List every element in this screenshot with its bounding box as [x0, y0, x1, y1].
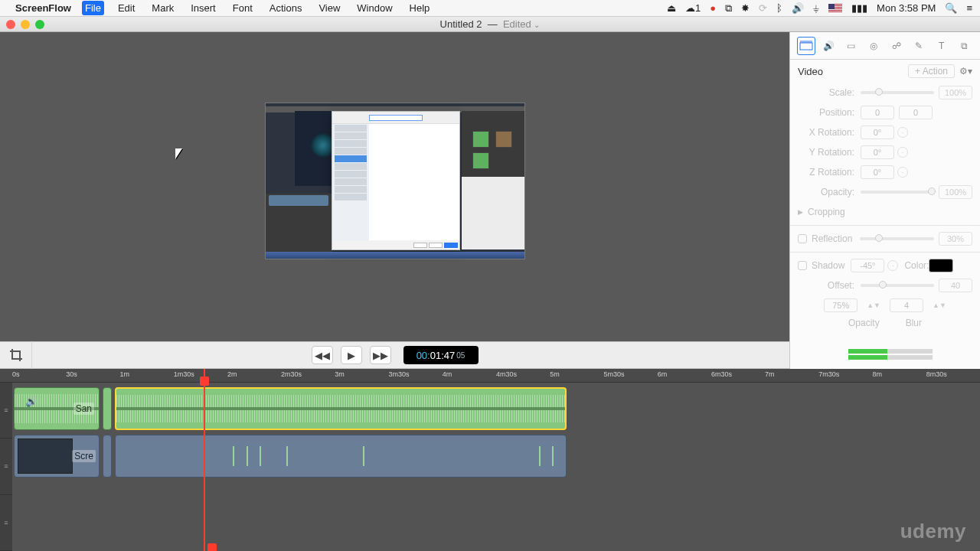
opacity-value[interactable]: 100% — [939, 185, 972, 199]
menu-window[interactable]: Window — [354, 1, 395, 15]
menu-icon[interactable]: ≡ — [966, 2, 972, 14]
tracks: 🔊 San Scre — [12, 383, 975, 551]
wifi-icon[interactable]: ⏚ — [813, 2, 819, 14]
reflection-slider[interactable] — [860, 237, 934, 240]
tab-callout[interactable]: ◎ — [864, 37, 883, 55]
menu-insert[interactable]: Insert — [188, 1, 219, 15]
track-empty[interactable] — [12, 482, 975, 525]
offset-value[interactable]: 40 — [939, 279, 972, 292]
scale-value[interactable]: 100% — [939, 86, 972, 99]
clip-label: Scre — [72, 450, 96, 462]
shadow-checkbox[interactable] — [798, 261, 807, 270]
rewind-button[interactable]: ◀◀ — [312, 346, 333, 364]
menu-edit[interactable]: Edit — [115, 1, 138, 15]
tab-audio[interactable]: 🔊 — [819, 37, 838, 55]
add-action-button[interactable]: + Action — [908, 64, 955, 78]
tab-annotate[interactable]: ✎ — [910, 37, 928, 55]
screen-clip-gap[interactable] — [103, 435, 112, 478]
battery-icon[interactable]: ▮▮▮ — [851, 2, 867, 14]
shadow-color-swatch[interactable] — [929, 259, 953, 272]
tab-video[interactable] — [797, 37, 815, 55]
ruler-tick: 1m — [119, 370, 129, 378]
play-button[interactable]: ▶ — [341, 346, 362, 364]
bluetooth-icon[interactable]: ᛒ — [776, 2, 782, 14]
flag-icon[interactable] — [828, 4, 842, 13]
volume-icon[interactable]: 🔊 — [792, 2, 804, 14]
scale-slider[interactable] — [861, 91, 934, 94]
prop-position: Position: 0 0 — [790, 103, 980, 122]
ruler-tick: 7m30s — [818, 370, 839, 378]
ruler-tick: 1m30s — [174, 370, 194, 378]
notification-icon[interactable]: ✸ — [741, 2, 750, 14]
display-icon[interactable]: ⧉ — [725, 2, 732, 15]
tab-screen[interactable]: ▭ — [842, 37, 861, 55]
time-ruler[interactable]: 0s30s1m1m30s2m2m30s3m3m30s4m4m30s5m5m30s… — [0, 369, 980, 383]
prop-shadow: Shadow -45° · Color: — [790, 256, 980, 276]
clock[interactable]: Mon 3:58 PM — [877, 2, 936, 14]
menu-mark[interactable]: Mark — [149, 1, 177, 15]
track-audio[interactable]: 🔊 San — [12, 387, 975, 430]
menu-view[interactable]: View — [315, 1, 343, 15]
opacity-slider[interactable] — [861, 191, 934, 194]
timecode-display[interactable]: 00:01:4705 — [403, 346, 479, 364]
x-rotation-field[interactable]: 0° — [861, 126, 894, 139]
svg-rect-0 — [800, 43, 812, 50]
notif-count-icon[interactable]: ☁1 — [685, 2, 701, 14]
menu-file[interactable]: File — [82, 1, 104, 15]
screen-clip-1[interactable]: Scre — [14, 435, 100, 478]
triangle-right-icon: ▶ — [798, 208, 803, 216]
audio-clip-2[interactable] — [115, 387, 567, 430]
z-rotation-dial[interactable]: · — [897, 167, 908, 178]
prop-reflection: Reflection 30% — [790, 229, 980, 249]
cropping-toggle[interactable]: ▶ Cropping — [790, 202, 980, 222]
speaker-icon: 🔊 — [25, 396, 51, 422]
gear-icon[interactable]: ⚙▾ — [959, 66, 972, 77]
ruler-tick: 8m30s — [926, 370, 947, 378]
video-preview[interactable] — [265, 103, 525, 259]
crop-button[interactable] — [0, 341, 32, 369]
window-traffic-lights — [6, 20, 44, 29]
reflection-value[interactable]: 30% — [939, 232, 972, 246]
close-window-button[interactable] — [6, 20, 15, 29]
forward-button[interactable]: ▶▶ — [370, 346, 391, 364]
reflection-checkbox[interactable] — [798, 234, 807, 243]
tab-touch[interactable]: ☍ — [887, 37, 906, 55]
record-icon[interactable]: ● — [710, 2, 716, 14]
menu-actions[interactable]: Actions — [266, 1, 305, 15]
app-name[interactable]: ScreenFlow — [15, 2, 71, 14]
track-screen[interactable]: Scre — [12, 435, 975, 478]
ruler-tick: 5m30s — [603, 370, 624, 378]
audio-clip-gap[interactable] — [103, 387, 112, 430]
y-rotation-dial[interactable]: · — [897, 147, 908, 158]
position-x-field[interactable]: 0 — [861, 106, 894, 119]
ruler-tick: 3m30s — [389, 370, 410, 378]
shadow-angle-dial[interactable]: · — [887, 260, 898, 271]
shadow-blur-field[interactable]: 4 — [890, 298, 923, 312]
menu-help[interactable]: Help — [407, 1, 433, 15]
canvas-area[interactable] — [0, 32, 789, 341]
tab-layout[interactable]: ⧉ — [955, 37, 973, 55]
ruler-tick: 2m — [227, 370, 237, 378]
panel-title: Video — [798, 66, 823, 77]
watermark: udemy — [900, 520, 966, 543]
airplay-icon[interactable]: ⏏ — [667, 2, 676, 14]
spotlight-icon[interactable]: 🔍 — [945, 2, 957, 14]
offset-slider[interactable] — [861, 284, 934, 287]
minimize-window-button[interactable] — [21, 20, 30, 29]
timeline[interactable]: 0s30s1m1m30s2m2m30s3m3m30s4m4m30s5m5m30s… — [0, 369, 980, 551]
sync-icon[interactable]: ⟳ — [759, 2, 767, 14]
y-rotation-field[interactable]: 0° — [861, 145, 894, 159]
zoom-window-button[interactable] — [35, 20, 44, 29]
menu-font[interactable]: Font — [230, 1, 256, 15]
playhead[interactable] — [204, 369, 205, 551]
tab-text[interactable]: T — [933, 37, 951, 55]
screen-clip-2[interactable] — [115, 435, 567, 478]
audio-clip-1[interactable]: 🔊 San — [14, 387, 100, 430]
z-rotation-field[interactable]: 0° — [861, 165, 894, 179]
svg-rect-1 — [800, 41, 812, 43]
shadow-angle-field[interactable]: -45° — [851, 259, 884, 272]
x-rotation-dial[interactable]: · — [897, 127, 908, 138]
shadow-opacity-field[interactable]: 75% — [824, 298, 858, 312]
out-marker[interactable] — [207, 543, 217, 551]
position-y-field[interactable]: 0 — [899, 106, 933, 119]
